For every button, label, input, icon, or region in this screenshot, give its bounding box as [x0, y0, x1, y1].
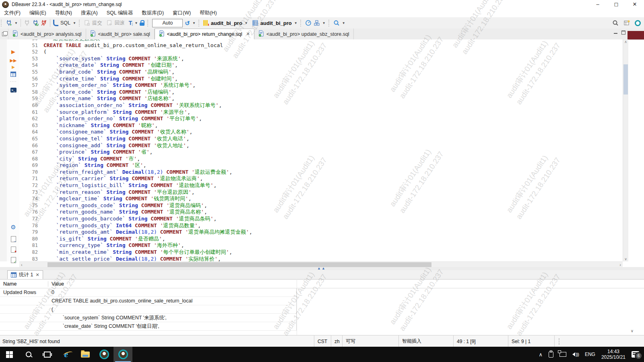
active-connection-select[interactable]: audit_bi_pro	[211, 20, 242, 26]
sql-editor-icon[interactable]	[53, 20, 58, 26]
commit-mode-select[interactable]: Auto	[152, 19, 183, 27]
vertical-scrollbar[interactable]: ∧ ∨	[623, 39, 628, 261]
menu-item[interactable]: 窗口(W)	[173, 10, 191, 16]
dashboard-icon[interactable]	[305, 20, 312, 26]
history-dropdown[interactable]: ▼	[192, 21, 196, 25]
editor-tab[interactable]: <audit_bi_pro> sale.sql	[86, 29, 155, 39]
scroll-up-icon[interactable]: ∧	[623, 40, 628, 44]
menu-item[interactable]: 帮助(H)	[200, 10, 217, 16]
transaction-log-icon[interactable]: T⋮	[129, 20, 132, 26]
horizontal-scrollbar-thumb[interactable]	[47, 262, 431, 267]
editor-settings-icon[interactable]: ⚙	[10, 224, 17, 230]
connection-dropdown[interactable]: ▼	[245, 21, 248, 25]
package-dropdown[interactable]: ▼	[322, 21, 326, 25]
network-icon[interactable]	[559, 352, 566, 357]
minimize-button[interactable]: –	[588, 0, 607, 9]
stats-row[interactable]: CREATE TABLE audit_bi_pro.custom_online_…	[0, 297, 297, 305]
output-console-icon[interactable]: >_	[10, 87, 17, 93]
new-connection-icon[interactable]: +	[6, 20, 12, 26]
open-perspective-icon[interactable]	[623, 20, 630, 26]
close-icon[interactable]: ✕	[246, 31, 250, 37]
internet-explorer-button[interactable]: e	[57, 347, 76, 362]
menu-item[interactable]: 搜索(A)	[81, 10, 98, 16]
vertical-scrollbar-thumb[interactable]	[623, 64, 628, 95]
stats-row[interactable]: Updated Rows0	[0, 288, 297, 297]
scroll-down-icon[interactable]: ∨	[623, 257, 628, 261]
save-script-icon[interactable]: ●	[10, 246, 17, 253]
active-schema-select[interactable]: audit_bi_pro	[260, 20, 292, 26]
scroll-right-icon[interactable]: ›	[619, 262, 621, 267]
dbeaver-perspective-icon[interactable]	[635, 20, 641, 26]
grid-header-name[interactable]: Name	[0, 281, 48, 287]
input-language-indicator[interactable]: ENG	[585, 352, 595, 357]
task-view-button[interactable]	[38, 347, 57, 362]
file-explorer-button[interactable]	[76, 347, 95, 362]
execute-new-tab-icon[interactable]: ▶	[10, 64, 17, 70]
dbeaver-taskbar-button[interactable]	[95, 347, 114, 362]
status-selection[interactable]: Sel: 9 | 1	[508, 335, 555, 347]
menu-item[interactable]: 编辑(E)	[29, 10, 46, 16]
taskbar-clock[interactable]: 14:43 2025/10/21	[601, 349, 625, 360]
scroll-left-icon[interactable]: ‹	[21, 262, 23, 267]
menu-item[interactable]: SQL 编辑器	[107, 10, 133, 16]
status-caret-position[interactable]: 49 : 1 [9]	[453, 335, 508, 347]
reconnect-icon[interactable]: ↻	[32, 20, 39, 26]
sql-editor-dropdown[interactable]: ▼	[73, 21, 76, 25]
schema-dropdown[interactable]: ▼	[294, 21, 297, 25]
validate-script-icon[interactable]: ✓	[10, 257, 17, 263]
status-language[interactable]: zh	[331, 335, 342, 347]
execute-statement-icon[interactable]: ▶	[10, 48, 17, 55]
stats-row[interactable]: (	[0, 305, 297, 314]
new-connection-dropdown[interactable]: ▼	[14, 21, 18, 25]
transaction-history-icon[interactable]: ↺	[185, 20, 190, 26]
panel-splitter[interactable]: ▲▲	[0, 267, 644, 270]
schema-icon[interactable]	[252, 20, 258, 26]
dbeaver-taskbar-button-active[interactable]	[114, 347, 132, 362]
search-dropdown[interactable]: ▼	[342, 21, 345, 25]
menu-item[interactable]: 导航(N)	[55, 10, 72, 16]
disconnect-icon[interactable]	[41, 20, 47, 26]
minimize-editor-icon[interactable]	[614, 32, 617, 34]
status-writable[interactable]: 可写	[342, 335, 398, 347]
statistics-tab[interactable]: 统计 1 ✕	[7, 270, 43, 279]
status-insert-mode[interactable]: 智能插入	[398, 335, 453, 347]
load-script-icon[interactable]: →	[10, 236, 17, 242]
start-button[interactable]	[0, 347, 19, 362]
rollback-label[interactable]: 回滚	[115, 20, 125, 27]
sql-editor-label[interactable]: SQL	[60, 20, 70, 26]
status-timezone[interactable]: CST	[314, 335, 331, 347]
splitter-collapse-icon[interactable]: ▲▲	[317, 266, 326, 270]
grid-header-value[interactable]: Value	[48, 281, 64, 287]
clickhouse-driver-icon[interactable]	[203, 20, 209, 26]
tray-expand-icon[interactable]: ∧	[539, 352, 543, 358]
commit-label[interactable]: 提交	[92, 20, 102, 27]
restore-panel-icon[interactable]	[0, 29, 8, 39]
connect-icon[interactable]	[24, 20, 30, 26]
maximize-button[interactable]: ◻	[607, 0, 625, 9]
data-search-icon[interactable]	[333, 20, 340, 26]
stats-row[interactable]: `create_date` String COMMENT '创建日期',	[0, 322, 297, 331]
transaction-dropdown[interactable]: ▼	[134, 21, 138, 25]
sql-code-editor[interactable]: 50-- 退货退款变更数据表51CREATE TABLE audit_bi_pr…	[19, 39, 623, 261]
panel-scroll-down-icon[interactable]: ∨	[631, 329, 634, 333]
taskbar-search-button[interactable]	[19, 347, 38, 362]
editor-tab[interactable]: <audit_bi_pro> analysis.sql	[8, 29, 86, 39]
close-button[interactable]: ✕	[625, 0, 644, 9]
commit-icon[interactable]	[84, 20, 90, 26]
menu-item[interactable]: 文件(F)	[4, 10, 21, 16]
execute-script-icon[interactable]: ▶▶	[10, 57, 17, 64]
lock-icon[interactable]	[140, 20, 144, 26]
explain-plan-icon[interactable]	[10, 71, 17, 77]
volume-icon[interactable]: )))	[572, 352, 579, 357]
menu-item[interactable]: 数据库(D)	[142, 10, 164, 16]
stats-row[interactable]: `source_system` String COMMENT '来源系统',	[0, 314, 297, 322]
notification-center-icon[interactable]: 6	[632, 351, 639, 358]
quick-search-icon[interactable]	[612, 20, 619, 26]
usb-device-icon[interactable]	[549, 352, 553, 358]
package-icon[interactable]	[314, 20, 320, 26]
editor-tab[interactable]: <audit_bi_pro> update_sbz_store.sql	[254, 29, 354, 39]
editor-tab[interactable]: <audit_bi_pro> return_change.sql✕	[155, 29, 254, 39]
rollback-icon[interactable]	[106, 20, 113, 26]
close-icon[interactable]: ✕	[35, 272, 39, 278]
maximize-editor-icon[interactable]	[621, 31, 625, 35]
